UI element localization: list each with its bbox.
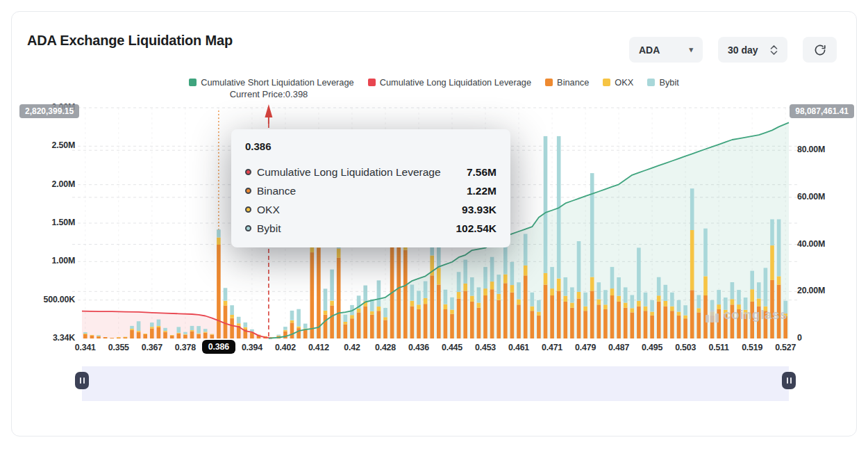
coin-select-value: ADA <box>639 44 660 56</box>
legend-swatch-icon <box>603 79 610 86</box>
legend-item-1[interactable]: Cumulative Long Liquidation Leverage <box>368 77 531 88</box>
legend-label: Binance <box>557 77 589 88</box>
chevron-down-icon[interactable] <box>770 51 778 55</box>
legend-swatch-icon <box>368 79 376 86</box>
legend-label: Bybit <box>659 77 678 88</box>
coin-select[interactable]: ADA ▾ <box>629 37 703 63</box>
period-stepper[interactable]: 30 day <box>718 37 787 63</box>
page-title: ADA Exchange Liquidation Map <box>27 33 233 49</box>
refresh-icon <box>813 43 827 57</box>
legend-item-2[interactable]: Binance <box>545 77 589 88</box>
period-value: 30 day <box>728 44 758 56</box>
legend-item-3[interactable]: OKX <box>603 77 633 88</box>
chevron-up-icon[interactable] <box>770 45 778 49</box>
range-navigator[interactable] <box>82 366 789 401</box>
pause-icon <box>787 377 792 384</box>
legend-item-4[interactable]: Bybit <box>647 77 678 88</box>
stepper-arrows[interactable] <box>770 45 778 55</box>
refresh-button[interactable] <box>803 37 837 63</box>
legend-item-0[interactable]: Cumulative Short Liquidation Leverage <box>189 77 354 88</box>
pause-icon <box>80 377 85 384</box>
chart-legend: Cumulative Short Liquidation LeverageCum… <box>12 77 856 88</box>
legend-label: Cumulative Long Liquidation Leverage <box>380 77 531 88</box>
legend-label: Cumulative Short Liquidation Leverage <box>201 77 354 88</box>
navigator-right-handle[interactable] <box>782 372 796 389</box>
chevron-down-icon: ▾ <box>689 45 693 54</box>
legend-swatch-icon <box>545 79 553 86</box>
legend-swatch-icon <box>189 79 197 86</box>
legend-swatch-icon <box>647 79 655 86</box>
chart-controls: ADA ▾ 30 day <box>629 37 837 63</box>
navigator-left-handle[interactable] <box>75 372 89 389</box>
legend-label: OKX <box>615 77 633 88</box>
